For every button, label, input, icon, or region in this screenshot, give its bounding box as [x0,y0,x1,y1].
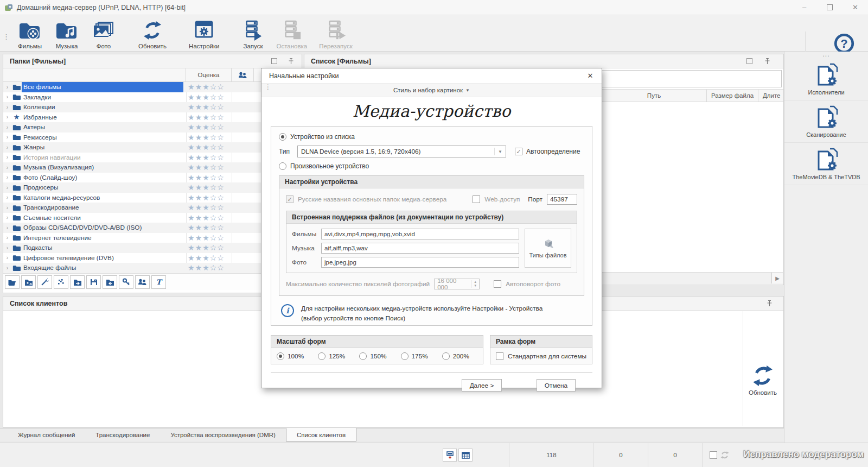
star-filled-icon[interactable]: ★ [188,203,195,212]
expand-chevron-icon[interactable]: › [3,235,11,241]
photo-button[interactable]: Фото [87,20,120,49]
device-type-select[interactable]: DLNA Device (версия 1.5, 16:9, 720x406) … [297,146,506,157]
star-empty-icon[interactable]: ☆ [217,103,225,111]
expand-chevron-icon[interactable]: › [3,255,11,261]
web-access-checkbox[interactable] [473,195,480,203]
tree-item[interactable]: › Закладки★★★☆☆ [3,92,302,103]
star-empty-icon[interactable]: ☆ [210,153,218,162]
star-empty-icon[interactable]: ☆ [217,153,225,162]
star-filled-icon[interactable]: ★ [195,263,203,272]
star-empty-icon[interactable]: ☆ [210,103,218,111]
radio-custom-device[interactable]: Произвольное устройство [279,162,584,170]
star-empty-icon[interactable]: ☆ [210,183,218,192]
moviedb-button[interactable]: TheMovieDB & TheTVDB [784,143,868,185]
file-types-button[interactable]: Типы файлов [525,229,571,268]
tree-item[interactable]: › Транскодирование★★★☆☆ [3,203,302,213]
sidebar-overflow[interactable]: ... [784,52,868,58]
tree-item[interactable]: › Режиссеры★★★☆☆ [3,132,302,143]
expand-chevron-icon[interactable]: › [3,265,11,271]
statusbar-devices-button[interactable] [443,449,457,462]
star-empty-icon[interactable]: ☆ [217,183,225,192]
spin-up-icon[interactable]: ▲ [474,280,477,284]
star-filled-icon[interactable]: ★ [202,223,210,232]
star-filled-icon[interactable]: ★ [188,163,195,172]
panel-pin-icon[interactable] [767,300,773,307]
star-filled-icon[interactable]: ★ [195,173,203,182]
star-empty-icon[interactable]: ☆ [217,113,225,122]
web-access-option[interactable]: Web-доступ [473,195,520,203]
star-filled-icon[interactable]: ★ [202,193,210,202]
column-path[interactable]: Путь [601,90,707,102]
star-empty-icon[interactable]: ☆ [210,123,218,131]
autodetect-option[interactable]: Автоопределение [515,148,580,155]
music-ext-input[interactable]: aif,aiff,mp3,wav [321,243,519,254]
films-button[interactable]: Фильмы [13,20,47,49]
star-filled-icon[interactable]: ★ [195,213,203,222]
system-frame-checkbox[interactable] [496,352,503,360]
star-empty-icon[interactable]: ☆ [217,243,225,252]
expand-chevron-icon[interactable]: › [3,245,11,251]
rating-stars[interactable]: ★★★☆☆ [183,173,229,182]
star-filled-icon[interactable]: ★ [188,223,195,232]
performers-button[interactable]: Исполнители [784,58,868,100]
expand-chevron-icon[interactable]: › [3,225,11,231]
star-empty-icon[interactable]: ☆ [210,143,218,152]
tree-item[interactable]: › Входящие файлы★★★☆☆ [3,263,302,273]
photo-ext-input[interactable]: jpe,jpeg,jpg [321,257,519,268]
star-empty-icon[interactable]: ☆ [210,193,218,202]
star-filled-icon[interactable]: ★ [188,173,195,182]
star-filled-icon[interactable]: ★ [188,83,195,91]
tree-item[interactable]: › Каталоги медиа-ресурсов★★★☆☆ [3,193,302,203]
import-folder-icon[interactable] [103,275,117,289]
scale-option-125[interactable]: 125% [318,352,345,360]
rating-stars[interactable]: ★★★☆☆ [183,213,229,222]
rating-stars[interactable]: ★★★☆☆ [183,243,229,252]
tree-item[interactable]: › Съемные носители★★★☆☆ [3,213,302,223]
star-filled-icon[interactable]: ★ [195,143,203,152]
font-icon[interactable]: T [151,275,166,289]
tree-item[interactable]: › Продюсеры★★★☆☆ [3,182,302,193]
star-empty-icon[interactable]: ☆ [217,143,225,152]
tree-item[interactable]: › Музыка (Визуализация)★★★☆☆ [3,162,302,173]
scale-option-100[interactable]: 100% [277,352,304,360]
save-icon[interactable] [86,275,101,289]
star-empty-icon[interactable]: ☆ [217,93,225,102]
column-filesize[interactable]: Размер файла [707,90,758,102]
expand-chevron-icon[interactable]: › [3,154,11,160]
rating-stars[interactable]: ★★★☆☆ [183,83,229,91]
star-filled-icon[interactable]: ★ [202,133,210,142]
expand-chevron-icon[interactable]: › [3,124,11,130]
tree-item[interactable]: › Актеры★★★☆☆ [3,122,302,132]
star-filled-icon[interactable]: ★ [195,83,203,91]
cancel-button[interactable]: Отмена [537,379,576,392]
dialog-close-button[interactable]: ✕ [581,68,599,83]
scroll-right-icon[interactable]: ▶ [771,273,783,283]
star-empty-icon[interactable]: ☆ [217,263,225,272]
tab-dmr-devices[interactable]: Устройства воспроизведения (DMR) [160,428,285,441]
star-filled-icon[interactable]: ★ [202,234,210,242]
star-filled-icon[interactable]: ★ [202,263,210,272]
column-duration[interactable]: Длите [758,90,783,102]
star-empty-icon[interactable]: ☆ [210,83,218,91]
statusbar-table-button[interactable] [458,449,473,462]
cleanup-icon[interactable] [37,275,52,289]
users-icon[interactable] [135,275,150,289]
expand-chevron-icon[interactable]: › [3,194,11,200]
rating-stars[interactable]: ★★★☆☆ [183,103,229,111]
star-filled-icon[interactable]: ★ [202,173,210,182]
star-empty-icon[interactable]: ☆ [217,223,225,232]
autodetect-checkbox[interactable] [515,148,522,155]
expand-chevron-icon[interactable]: › [3,174,11,180]
star-empty-icon[interactable]: ☆ [217,83,225,91]
tree-item[interactable]: › Подкасты★★★☆☆ [3,243,302,253]
rating-stars[interactable]: ★★★☆☆ [183,143,229,152]
close-button[interactable]: ✕ [843,0,868,15]
tab-clients[interactable]: Список клиентов [286,428,356,441]
star-empty-icon[interactable]: ☆ [217,193,225,202]
system-frame-option[interactable]: Стандартная для системы [490,348,592,364]
star-filled-icon[interactable]: ★ [195,163,203,172]
tree-item[interactable]: › Интернет телевидение★★★☆☆ [3,233,302,243]
statusbar-checkbox[interactable] [710,451,717,459]
max-pixels-spinner[interactable]: 16 000 000 ▲ ▼ [434,279,480,289]
settings-button[interactable]: Настройки [184,20,224,49]
